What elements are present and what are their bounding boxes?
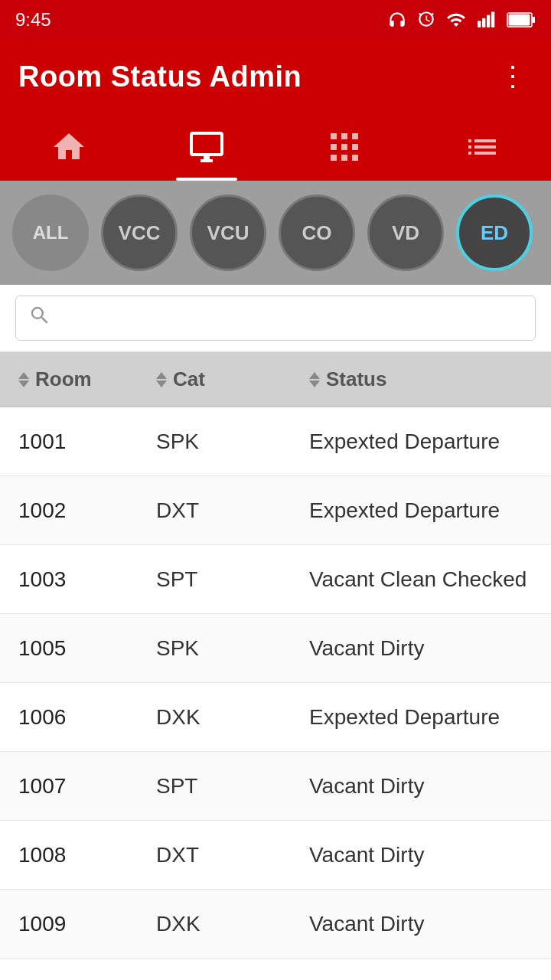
tab-monitor[interactable] — [138, 113, 276, 181]
cat-chip-CO[interactable]: CO — [279, 194, 355, 271]
category-strip: ALL VCC VCU CO VD ED — [0, 181, 551, 285]
sort-icon-status — [309, 372, 320, 387]
tab-list[interactable] — [413, 113, 551, 181]
sort-icon-room — [18, 372, 29, 387]
wifi-icon — [445, 10, 467, 30]
td-room: 1005 — [18, 636, 156, 661]
td-cat: SPT — [156, 774, 309, 799]
cat-chip-VCC[interactable]: VCC — [101, 194, 178, 271]
td-room: 1001 — [18, 430, 156, 454]
th-status[interactable]: Status — [309, 368, 533, 391]
svg-rect-2 — [487, 15, 490, 28]
table-row[interactable]: 1009 DXK Vacant Dirty — [0, 890, 551, 959]
td-room: 1006 — [18, 705, 156, 730]
th-room[interactable]: Room — [18, 368, 156, 391]
status-icons — [387, 10, 536, 30]
search-input-wrap — [15, 296, 536, 341]
table-row[interactable]: 1003 SPT Vacant Clean Checked — [0, 545, 551, 614]
table-row[interactable]: 1007 SPT Vacant Dirty — [0, 752, 551, 821]
monitor-icon — [188, 129, 225, 165]
svg-rect-6 — [509, 15, 530, 26]
td-status: Vacant Dirty — [309, 912, 533, 936]
tab-home[interactable] — [0, 113, 138, 181]
td-status: Expexted Departure — [309, 498, 533, 523]
cat-chip-ED[interactable]: ED — [456, 194, 533, 271]
more-button[interactable]: ⋮ — [493, 54, 533, 99]
td-status: Vacant Dirty — [309, 774, 533, 799]
app-title: Room Status Admin — [18, 60, 302, 93]
search-bar — [0, 285, 551, 352]
svg-rect-0 — [478, 21, 481, 28]
table-row[interactable]: 1001 SPK Expexted Departure — [0, 407, 551, 476]
table-row[interactable]: 1008 DXT Vacant Dirty — [0, 821, 551, 890]
cat-chip-VD[interactable]: VD — [367, 194, 444, 271]
nav-tabs — [0, 113, 551, 181]
table-row[interactable]: 1006 DXK Expexted Departure — [0, 683, 551, 752]
sort-icon-cat — [156, 372, 167, 387]
signal-icon — [476, 10, 497, 30]
cat-chip-ALL[interactable]: ALL — [12, 194, 89, 271]
td-room: 1002 — [18, 498, 156, 523]
table-header: Room Cat Status — [0, 352, 551, 407]
td-status: Vacant Dirty — [309, 843, 533, 867]
headphone-icon — [387, 10, 407, 30]
td-cat: SPK — [156, 430, 309, 454]
table-row[interactable]: 1002 DXT Expexted Departure — [0, 476, 551, 545]
tab-keypad[interactable] — [276, 113, 413, 181]
table-row[interactable]: 1005 SPK Vacant Dirty — [0, 614, 551, 683]
table-row[interactable]: 1010 DXK Vacant Dirty — [0, 959, 551, 980]
battery-icon — [507, 11, 536, 28]
search-icon — [28, 304, 51, 332]
td-cat: SPK — [156, 636, 309, 661]
td-status: Expexted Departure — [309, 430, 533, 454]
keypad-icon — [326, 129, 363, 165]
svg-rect-1 — [482, 18, 485, 28]
status-bar: 9:45 — [0, 0, 551, 40]
home-icon — [51, 129, 87, 165]
td-room: 1009 — [18, 912, 156, 936]
table-body: 1001 SPK Expexted Departure 1002 DXT Exp… — [0, 407, 551, 980]
svg-rect-3 — [491, 11, 494, 28]
td-cat: DXK — [156, 705, 309, 730]
th-cat[interactable]: Cat — [156, 368, 309, 391]
list-icon — [464, 129, 500, 165]
td-status: Vacant Dirty — [309, 636, 533, 661]
app-bar: Room Status Admin ⋮ — [0, 40, 551, 113]
search-input[interactable] — [60, 306, 523, 330]
cat-chip-VCU[interactable]: VCU — [190, 194, 266, 271]
td-room: 1003 — [18, 567, 156, 592]
td-room: 1007 — [18, 774, 156, 799]
td-status: Vacant Clean Checked — [309, 567, 533, 592]
status-time: 9:45 — [15, 9, 51, 31]
td-status: Expexted Departure — [309, 705, 533, 730]
td-cat: SPT — [156, 567, 309, 592]
td-cat: DXT — [156, 843, 309, 867]
td-room: 1008 — [18, 843, 156, 867]
alarm-icon — [416, 10, 436, 30]
td-cat: DXT — [156, 498, 309, 523]
td-cat: DXK — [156, 912, 309, 936]
svg-rect-5 — [532, 17, 535, 23]
